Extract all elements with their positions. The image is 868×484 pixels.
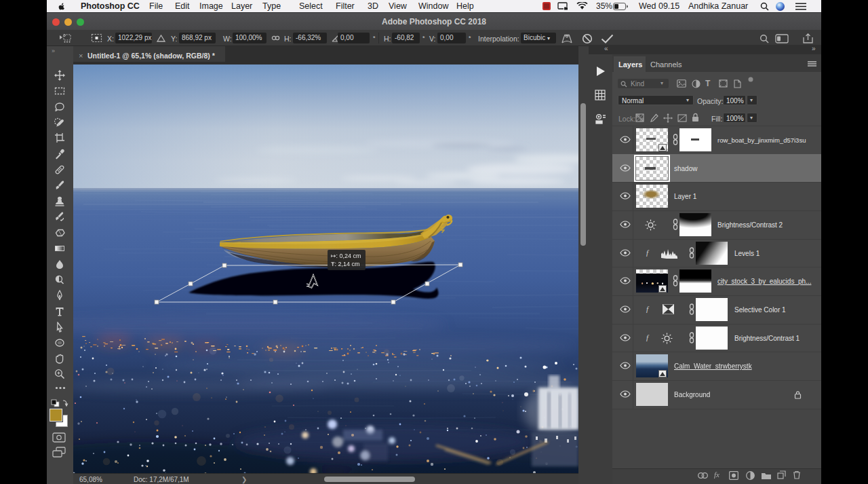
svg-text:Ŧ: 2,14 cm: Ŧ: 2,14 cm — [331, 261, 360, 267]
svg-text:↦: 0,24 cm: ↦: 0,24 cm — [331, 253, 361, 259]
